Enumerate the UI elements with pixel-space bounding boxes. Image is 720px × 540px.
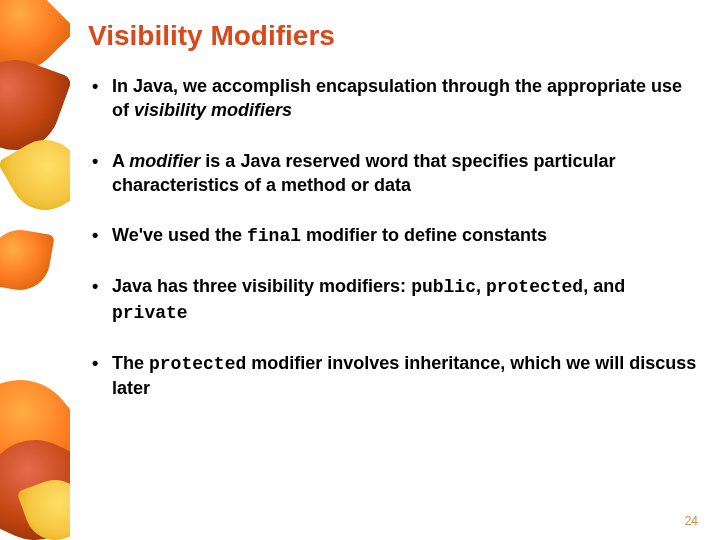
- bullet-item: Java has three visibility modifiers: pub…: [88, 274, 700, 325]
- slide-title: Visibility Modifiers: [88, 20, 700, 52]
- bullet-item: A modifier is a Java reserved word that …: [88, 149, 700, 198]
- bullet-text: modifier to define constants: [301, 225, 547, 245]
- bullet-list: In Java, we accomplish encapsulation thr…: [88, 74, 700, 401]
- bullet-text: protected: [149, 354, 246, 374]
- decorative-sidebar: [0, 0, 70, 540]
- page-number: 24: [685, 514, 698, 528]
- bullet-item: The protected modifier involves inherita…: [88, 351, 700, 401]
- bullet-text: , and: [583, 276, 625, 296]
- bullet-text: public: [411, 277, 476, 297]
- bullet-text: visibility modifiers: [134, 100, 292, 120]
- bullet-text: Java has three visibility modifiers:: [112, 276, 411, 296]
- bullet-text: A: [112, 151, 129, 171]
- bullet-text: private: [112, 303, 188, 323]
- bullet-text: We've used the: [112, 225, 247, 245]
- bullet-text: The: [112, 353, 149, 373]
- bullet-item: We've used the final modifier to define …: [88, 223, 700, 248]
- bullet-text: modifier: [129, 151, 200, 171]
- slide-content: Visibility Modifiers In Java, we accompl…: [88, 20, 700, 520]
- bullet-item: In Java, we accomplish encapsulation thr…: [88, 74, 700, 123]
- bullet-text: protected: [486, 277, 583, 297]
- leaf-icon: [0, 225, 55, 295]
- bullet-text: ,: [476, 276, 486, 296]
- bullet-text: final: [247, 226, 301, 246]
